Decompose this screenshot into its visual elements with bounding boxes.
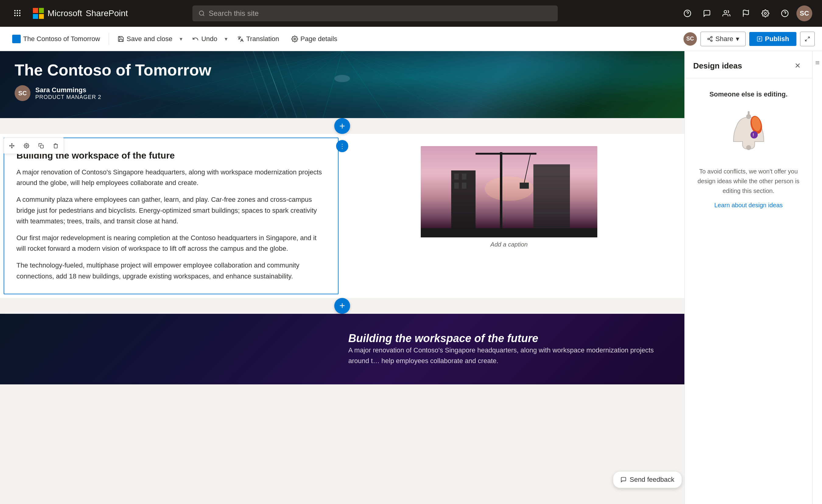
- svg-point-43: [26, 145, 27, 147]
- svg-point-15: [765, 12, 767, 15]
- conflict-text: To avoid conflicts, we won't offer you d…: [693, 166, 804, 196]
- design-panel-title: Design ideas: [693, 61, 742, 71]
- page-toolbar: The Contoso of Tomorrow Save and close ▾…: [0, 27, 822, 51]
- learn-design-ideas-link[interactable]: Learn about design ideas: [714, 202, 783, 209]
- page-details-button[interactable]: Page details: [287, 32, 342, 46]
- svg-point-67: [751, 131, 758, 138]
- svg-rect-44: [40, 145, 44, 148]
- feedback-icon: [621, 477, 627, 483]
- svg-rect-0: [14, 10, 16, 11]
- bell-illustration: !: [727, 108, 770, 157]
- send-feedback-button[interactable]: Send feedback: [613, 471, 682, 488]
- save-close-dropdown[interactable]: ▾: [177, 33, 185, 45]
- page-tab-label: The Contoso of Tomorrow: [23, 35, 100, 43]
- dark-section-text: A major renovation of Contoso's Singapor…: [348, 345, 670, 366]
- duplicate-section-button[interactable]: [34, 139, 48, 152]
- share-button[interactable]: Share ▾: [701, 32, 746, 46]
- author-avatar-hero: SC: [15, 85, 30, 101]
- share-label: Share: [716, 35, 733, 43]
- text-col-para-2: A community plaza where employees can ga…: [16, 194, 327, 226]
- svg-rect-1: [17, 10, 18, 11]
- help-circle-icon[interactable]: [680, 5, 695, 21]
- save-close-button[interactable]: Save and close: [113, 32, 177, 46]
- move-section-button[interactable]: [5, 139, 19, 152]
- svg-rect-6: [14, 15, 16, 16]
- app-launcher-button[interactable]: [10, 5, 26, 21]
- publish-button[interactable]: Publish: [749, 32, 796, 46]
- design-panel-body: Someone else is editing. !: [685, 78, 812, 504]
- svg-line-22: [709, 39, 711, 40]
- top-nav-bar: Microsoft SharePoint: [0, 0, 822, 27]
- question-icon[interactable]: [777, 5, 793, 21]
- translation-label: Translation: [246, 35, 279, 43]
- svg-text:!: !: [753, 132, 754, 137]
- translation-button[interactable]: Translation: [232, 32, 284, 46]
- text-col-para-3: Our first major redevelopment is nearing…: [16, 232, 327, 254]
- panel-toggle-strip: [812, 51, 822, 504]
- text-column[interactable]: Building the workspace of the future A m…: [4, 137, 339, 294]
- page-tab-icon: [12, 35, 21, 43]
- construction-image[interactable]: [421, 146, 597, 237]
- dark-section: Building the workspace of the future A m…: [0, 314, 685, 384]
- hero-content: The Contoso of Tomorrow SC Sara Cummings…: [0, 51, 685, 111]
- collapse-button[interactable]: [800, 32, 815, 46]
- save-close-label: Save and close: [127, 35, 172, 43]
- design-ideas-panel: Design ideas ✕ Someone else is editing.: [685, 51, 812, 504]
- text-col-para-1: A major renovation of Contoso's Singapor…: [16, 167, 327, 188]
- svg-rect-55: [462, 182, 466, 189]
- editing-notice: Someone else is editing.: [709, 90, 788, 98]
- svg-rect-53: [462, 173, 466, 179]
- share-people-icon[interactable]: [719, 5, 734, 21]
- hero-title: The Contoso of Tomorrow: [15, 61, 670, 79]
- delete-section-button[interactable]: [49, 139, 62, 152]
- author-avatar-toolbar[interactable]: SC: [684, 32, 697, 46]
- add-section-button-2[interactable]: +: [334, 298, 350, 314]
- svg-point-18: [294, 38, 296, 40]
- text-col-para-4: The technology-fueled, multiphase projec…: [16, 260, 327, 281]
- svg-rect-8: [19, 15, 20, 16]
- settings-icon[interactable]: [758, 5, 773, 21]
- svg-point-9: [199, 11, 204, 15]
- svg-rect-5: [19, 12, 20, 14]
- user-avatar[interactable]: SC: [796, 5, 812, 21]
- dark-section-heading: Building the workspace of the future: [348, 332, 670, 345]
- section-settings-button[interactable]: [20, 139, 33, 152]
- hero-author: SC Sara Cummings PRODUCT MANAGER 2: [15, 85, 670, 101]
- toolbar-divider-1: [109, 33, 109, 45]
- hero-section: The Contoso of Tomorrow SC Sara Cummings…: [0, 51, 685, 118]
- chat-icon[interactable]: [699, 5, 715, 21]
- svg-rect-48: [475, 153, 536, 155]
- page-content-area[interactable]: The Contoso of Tomorrow SC Sara Cummings…: [0, 51, 685, 504]
- undo-label: Undo: [201, 35, 218, 43]
- svg-line-23: [709, 37, 711, 38]
- author-role: PRODUCT MANAGER 2: [35, 94, 101, 100]
- svg-point-21: [711, 40, 712, 41]
- svg-rect-3: [14, 12, 16, 14]
- author-name: Sara Cummings: [35, 86, 101, 94]
- svg-line-29: [805, 39, 807, 41]
- publish-icon: [757, 36, 763, 42]
- two-col-inner: Building the workspace of the future A m…: [0, 134, 685, 298]
- page-tab[interactable]: The Contoso of Tomorrow: [7, 32, 105, 46]
- section-options-button[interactable]: ⋮: [336, 140, 348, 152]
- search-bar[interactable]: [192, 5, 558, 21]
- search-input[interactable]: [209, 9, 552, 18]
- page-details-label: Page details: [301, 35, 337, 43]
- undo-dropdown[interactable]: ▾: [222, 33, 230, 45]
- publish-label: Publish: [765, 35, 789, 43]
- design-panel-header: Design ideas ✕: [685, 51, 812, 78]
- svg-rect-52: [454, 173, 459, 179]
- page-details-icon: [291, 36, 298, 42]
- flag-icon[interactable]: [738, 5, 754, 21]
- add-section-button-1[interactable]: +: [334, 118, 350, 134]
- ms-app-label: SharePoint: [86, 9, 128, 18]
- svg-rect-2: [19, 10, 20, 11]
- svg-point-13: [724, 10, 727, 13]
- undo-button[interactable]: Undo: [187, 32, 222, 46]
- panel-toggle-button[interactable]: [812, 57, 822, 68]
- image-column: Add a caption: [342, 134, 685, 298]
- close-design-panel-button[interactable]: ✕: [792, 60, 804, 72]
- ms-logo[interactable]: Microsoft SharePoint: [33, 8, 128, 19]
- svg-line-10: [203, 15, 204, 16]
- image-caption[interactable]: Add a caption: [490, 241, 528, 248]
